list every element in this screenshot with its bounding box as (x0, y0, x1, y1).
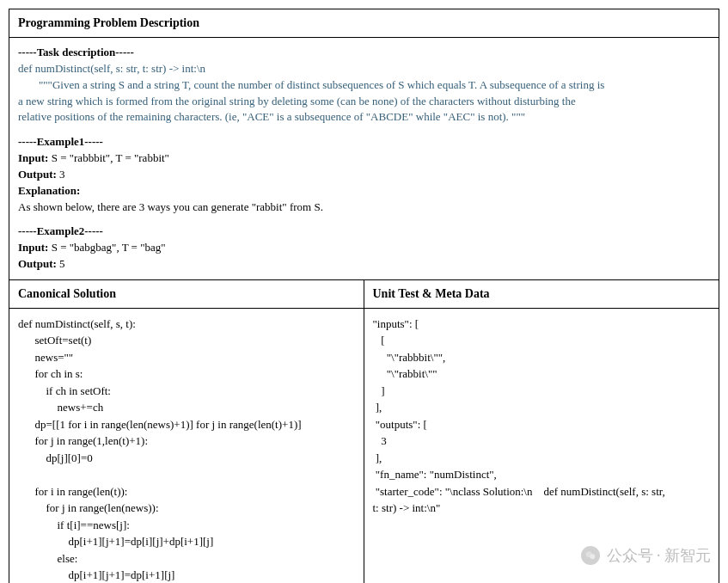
unit-test-title: Unit Test & Meta Data (364, 280, 719, 309)
example1-input-text: S = "rabbbit", T = "rabbit" (48, 151, 169, 164)
example2-output-label: Output: (18, 257, 57, 270)
example2-input-row: Input: S = "babgbag", T = "bag" (18, 240, 710, 256)
section-title: Programming Problem Description (9, 9, 719, 38)
docstring-line-1: """Given a string S and a string T, coun… (39, 77, 710, 94)
example1-explanation-text: As shown below, there are 3 ways you can… (18, 199, 710, 216)
example2-output-text: 5 (57, 257, 65, 270)
example1-input-row: Input: S = "rabbbit", T = "rabbit" (18, 150, 710, 167)
problem-description: -----Task description----- def numDistin… (9, 38, 719, 280)
example1-input-label: Input: (18, 151, 48, 164)
unit-test-column: Unit Test & Meta Data "inputs": [ [ "\"r… (364, 280, 719, 583)
example1-label: -----Example1----- (18, 134, 710, 150)
example1-output-label: Output: (18, 168, 57, 181)
solution-test-row: Canonical Solution def numDistinct(self,… (9, 280, 719, 583)
spacer (18, 215, 710, 224)
example1-explanation-label: Explanation: (18, 184, 80, 197)
unit-test-code: "inputs": [ [ "\"rabbbit\"", "\"rabbit\"… (364, 309, 719, 524)
function-signature: def numDistinct(self, s: str, t: str) ->… (18, 61, 710, 77)
spacer (18, 126, 710, 134)
docstring-line-3: relative positions of the remaining char… (18, 109, 710, 126)
example2-input-label: Input: (18, 241, 48, 254)
example2-output-row: Output: 5 (18, 256, 710, 273)
canonical-solution-code: def numDistinct(self, s, t): setOft=set(… (9, 309, 364, 583)
example1-output-text: 3 (57, 168, 65, 181)
example2-input-text: S = "babgbag", T = "bag" (48, 241, 165, 254)
example1-output-row: Output: 3 (18, 167, 710, 183)
canonical-solution-column: Canonical Solution def numDistinct(self,… (9, 280, 364, 583)
problem-container: Programming Problem Description -----Tas… (9, 9, 719, 583)
canonical-solution-title: Canonical Solution (9, 280, 364, 309)
task-label: -----Task description----- (18, 45, 710, 61)
example1-explanation-row: Explanation: (18, 183, 710, 199)
example2-label: -----Example2----- (18, 224, 710, 240)
docstring-line-2: a new string which is formed from the or… (18, 94, 710, 110)
